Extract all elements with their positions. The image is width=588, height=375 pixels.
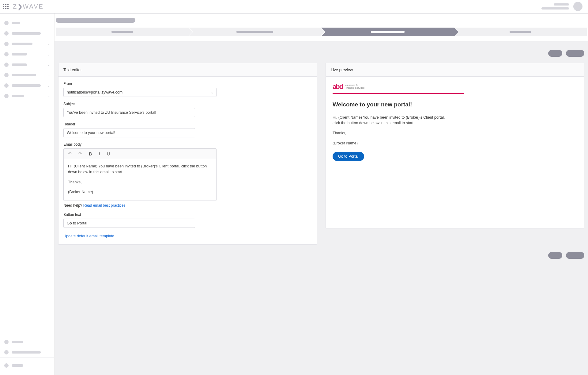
top-action-bar <box>55 41 588 63</box>
page-title <box>55 18 588 23</box>
step-1[interactable] <box>56 28 189 36</box>
preview-brand: abd Insurance &Financial Services <box>333 83 577 91</box>
help-line: Need help? Read email best practices. <box>63 203 312 208</box>
bold-button[interactable]: B <box>89 151 92 156</box>
body-line: Hi, (Client Name) You have been invited … <box>68 163 212 175</box>
header-right <box>541 2 582 11</box>
live-preview-panel-title: Live preview <box>326 63 584 77</box>
preview-title: Welcome to your new portal! <box>333 101 577 108</box>
help-prefix: Need help? <box>63 203 83 208</box>
redo-icon[interactable]: ↷ <box>78 151 82 156</box>
nav-item[interactable] <box>0 347 54 358</box>
italic-button[interactable]: I <box>99 151 100 156</box>
from-select[interactable]: notifications@portal.zywave.com <box>63 88 217 97</box>
brand-logo: Z❯WAVE <box>13 3 44 10</box>
nav-item[interactable] <box>0 18 54 28</box>
primary-button[interactable] <box>566 50 584 57</box>
rich-text-editor: ↶ ↷ B I U Hi, (Client Name) You have bee… <box>63 148 217 201</box>
step-3-active[interactable] <box>321 28 454 36</box>
help-link[interactable]: Read email best practices. <box>83 203 126 208</box>
header-label: Header <box>63 122 312 126</box>
user-info-placeholder <box>541 3 569 10</box>
text-editor-panel: Text editor From notifications@portal.zy… <box>58 63 317 245</box>
primary-button[interactable] <box>566 252 584 259</box>
brand-mark: abd <box>333 83 343 91</box>
from-label: From <box>63 82 312 86</box>
preview-text: Hi, (Client Name) You have been invited … <box>333 115 577 146</box>
update-template-link[interactable]: Update default email template <box>63 234 114 238</box>
button-text-input[interactable] <box>63 219 195 228</box>
preview-cta-button[interactable]: Go to Portal <box>333 152 364 161</box>
nav-item[interactable] <box>0 28 54 39</box>
nav-item[interactable] <box>0 337 54 347</box>
subject-input[interactable] <box>63 108 195 117</box>
main-content: Text editor From notifications@portal.zy… <box>55 13 588 375</box>
chevron-down-icon: ⌄ <box>47 84 50 87</box>
chevron-down-icon: ⌄ <box>47 74 50 77</box>
chevron-down-icon: ⌄ <box>47 63 50 67</box>
chevron-down-icon: ⌄ <box>47 42 50 46</box>
brand-divider <box>333 93 464 94</box>
chevron-down-icon: ⌄ <box>47 53 50 56</box>
secondary-button[interactable] <box>548 252 562 259</box>
nav-item[interactable]: ⌄ <box>0 80 54 91</box>
avatar[interactable] <box>573 2 582 11</box>
top-header: Z❯WAVE <box>0 0 588 13</box>
header-left: Z❯WAVE <box>3 3 44 10</box>
live-preview-panel: Live preview abd Insurance &Financial Se… <box>326 63 584 228</box>
secondary-button[interactable] <box>548 50 562 57</box>
nav-item[interactable]: ⌄ <box>0 49 54 59</box>
preview-line: Hi, (Client Name) You have been invited … <box>333 115 577 121</box>
preview-line: (Broker Name) <box>333 140 577 146</box>
email-body-label: Email body <box>63 142 312 147</box>
subject-label: Subject <box>63 102 312 106</box>
rte-content[interactable]: Hi, (Client Name) You have been invited … <box>64 159 216 201</box>
brand-tagline: Insurance &Financial Services <box>345 84 364 90</box>
apps-grid-icon[interactable] <box>3 4 9 9</box>
nav-item[interactable]: ⌄ <box>0 70 54 80</box>
rte-toolbar: ↶ ↷ B I U <box>64 149 216 159</box>
header-input[interactable] <box>63 128 195 137</box>
preview-line: Thanks, <box>333 130 577 136</box>
chevron-down-icon: ⌄ <box>47 94 50 98</box>
body-line: Thanks, <box>68 179 212 185</box>
step-2[interactable] <box>189 28 322 36</box>
nav-item[interactable]: ⌄ <box>0 59 54 70</box>
body-line: (Broker Name) <box>68 189 212 195</box>
undo-icon[interactable]: ↶ <box>68 151 72 156</box>
text-editor-panel-title: Text editor <box>58 63 317 77</box>
nav-item[interactable]: ⌄ <box>0 39 54 49</box>
preview-line: click the button down below in this emai… <box>333 120 577 126</box>
nav-item[interactable]: ⌄ <box>0 91 54 101</box>
button-text-label: Button text <box>63 212 312 217</box>
step-4[interactable] <box>454 28 587 36</box>
underline-button[interactable]: U <box>107 151 110 156</box>
stepper <box>56 28 587 36</box>
bottom-action-bar <box>55 245 588 265</box>
sidebar: ⌄ ⌄ ⌄ ⌄ ⌄ ⌄ <box>0 13 55 375</box>
nav-item[interactable] <box>0 360 54 371</box>
